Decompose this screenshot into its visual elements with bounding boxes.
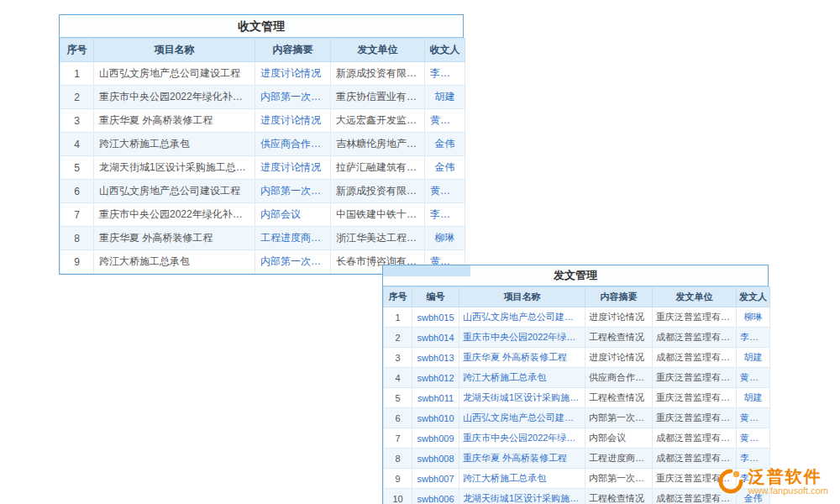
table-cell: 9 [60,250,94,274]
table-row: 10swbh006龙湖天街城1区设计采购施工总承包工程工程检查情况成都泛普监理有… [384,489,770,504]
table-cell: 重庆华夏 外高桥装修工程 [94,109,255,133]
table-cell: 山西弘文房地产总公司建设工程 [94,180,255,203]
title-corner-accent [383,265,470,276]
table-cell-link[interactable]: 跨江大桥施工总承包 [459,469,585,489]
table-cell-link[interactable]: 黄思聪 [737,408,770,428]
table-cell: 8 [60,227,94,250]
table-cell-link[interactable]: 李若若 [425,203,465,227]
watermark: 泛普软件 www.fanpusoft.com [718,467,828,496]
table-cell: 6 [60,180,94,203]
column-header: 项目名称 [94,39,255,62]
table-cell-link[interactable]: 内部会议 [255,203,331,227]
header-row: 序号编号项目名称内容摘要发文单位发文人 [384,287,770,307]
watermark-text: 泛普软件 www.fanpusoft.com [748,467,828,496]
table-cell-link[interactable]: 胡建 [737,348,770,368]
column-header: 发文单位 [331,39,425,62]
table-row: 3重庆华夏 外高桥装修工程进度讨论情况大远宏鑫开发监理有限...黄思聪 [60,109,465,133]
table-cell-link[interactable]: 内部第一次会议 [255,86,331,109]
table-cell: 跨江大桥施工总承包 [94,250,255,274]
table-cell: 工程检查情况 [585,388,653,408]
table-cell: 6 [384,408,412,428]
table-cell: 7 [60,203,94,227]
table-cell: 重庆泛普监理有限公司 [653,307,737,328]
column-header: 内容摘要 [585,287,653,307]
table-cell-link[interactable]: 胡建 [737,388,770,408]
table-cell-link[interactable]: 进度讨论情况 [255,109,331,133]
table-cell-link[interactable]: 内部第一次会议 [255,180,331,203]
table-cell: 4 [384,368,412,388]
table-cell-link[interactable]: swbh015 [412,307,459,328]
table-cell-link[interactable]: 重庆华夏 外高桥装修工程 [459,348,585,368]
table-cell-link[interactable]: 供应商合作事宜 [255,133,331,156]
brand-name: 泛普软件 [748,467,822,486]
table-cell-link[interactable]: swbh009 [412,428,459,449]
table-cell: 8 [384,449,412,469]
table-cell: 5 [384,388,412,408]
column-header: 内容摘要 [255,39,331,62]
fanpu-logo-icon [718,469,743,494]
table-cell-link[interactable]: 重庆华夏 外高桥装修工程 [459,449,585,469]
received-docs-panel: 收文管理 序号项目名称内容摘要发文单位收文人1山西弘文房地产总公司建设工程进度讨… [59,14,464,275]
table-cell-link[interactable]: 工程进度商讨情况 [255,227,331,250]
table-cell-link[interactable]: swbh012 [412,368,459,388]
table-cell-link[interactable]: 黄思聪 [425,180,465,203]
received-docs-table: 序号项目名称内容摘要发文单位收文人1山西弘文房地产总公司建设工程进度讨论情况新源… [60,38,465,274]
table-cell-link[interactable]: swbh006 [412,489,459,504]
table-cell-link[interactable]: 李若若 [737,328,770,348]
table-cell-link[interactable]: 胡建 [425,86,465,109]
table-cell-link[interactable]: 李若若 [737,449,770,469]
table-cell-link[interactable]: 重庆市中央公园2022年绿化补贴项目-... [459,328,585,348]
table-cell-link[interactable]: swbh008 [412,449,459,469]
table-cell-link[interactable]: 柳琳 [737,307,770,328]
table-cell-link[interactable]: 龙湖天街城1区设计采购施工总承包工程 [459,489,585,504]
table-cell: 重庆市中央公园2022年绿化补贴项目-施工2标段 [94,203,255,227]
table-cell-link[interactable]: 金伟 [425,156,465,180]
table-cell: 中国铁建中铁十五局集... [331,203,425,227]
table-cell-link[interactable]: swbh014 [412,328,459,348]
table-cell-link[interactable]: 山西弘文房地产总公司建设工程 [459,408,585,428]
table-cell-link[interactable]: 黄思聪 [425,109,465,133]
table-cell: 新源成投资有限公司 [331,62,425,86]
table-cell-link[interactable]: swbh007 [412,469,459,489]
table-cell-link[interactable]: 山西弘文房地产总公司建设工程 [459,307,585,328]
table-cell: 工程检查情况 [585,489,653,504]
table-row: 4跨江大桥施工总承包供应商合作事宜吉林糖伦房地产建筑有...金伟 [60,133,465,156]
table-cell-link[interactable]: 重庆市中央公园2022年绿化补贴项目-... [459,428,585,449]
table-cell-link[interactable]: swbh011 [412,388,459,408]
table-cell-link[interactable]: 黄思聪 [737,428,770,449]
table-cell-link[interactable]: swbh010 [412,408,459,428]
sent-docs-panel: 发文管理 序号编号项目名称内容摘要发文单位发文人1swbh015山西弘文房地产总… [382,265,769,504]
table-row: 6山西弘文房地产总公司建设工程内部第一次会议新源成投资有限公司黄思聪 [60,180,465,203]
table-cell-link[interactable]: 进度讨论情况 [255,62,331,86]
table-cell: 内部会议 [585,428,653,449]
table-cell-link[interactable]: swbh013 [412,348,459,368]
column-header: 序号 [60,39,94,62]
table-row: 7重庆市中央公园2022年绿化补贴项目-施工2标段内部会议中国铁建中铁十五局集.… [60,203,465,227]
table-cell: 3 [60,109,94,133]
table-row: 4swbh012跨江大桥施工总承包供应商合作事宜重庆泛普监理有限公司黄思聪 [384,368,770,388]
table-cell: 1 [60,62,94,86]
column-header: 收文人 [425,39,465,62]
table-cell: 重庆泛普监理有限公司 [653,368,737,388]
table-cell-link[interactable]: 黄思聪 [737,368,770,388]
table-cell: 2 [384,328,412,348]
table-cell-link[interactable]: 进度讨论情况 [255,156,331,180]
column-header: 发文人 [737,287,770,307]
table-cell-link[interactable]: 内部第一次会议 [255,250,331,274]
table-cell-link[interactable]: 李若若 [425,62,465,86]
table-row: 7swbh009重庆市中央公园2022年绿化补贴项目-...内部会议成都泛普监理… [384,428,770,449]
table-cell: 成都泛普监理有限公司 [653,428,737,449]
table-cell-link[interactable]: 龙湖天街城1区设计采购施工总承包工程 [459,388,585,408]
table-row: 1山西弘文房地产总公司建设工程进度讨论情况新源成投资有限公司李若若 [60,62,465,86]
table-row: 5龙湖天街城1区设计采购施工总承包工程进度讨论情况拉萨汇融建筑有限公司金伟 [60,156,465,180]
column-header: 编号 [412,287,459,307]
table-cell-link[interactable]: 金伟 [425,133,465,156]
table-cell: 吉林糖伦房地产建筑有... [331,133,425,156]
table-cell-link[interactable]: 跨江大桥施工总承包 [459,368,585,388]
table-cell: 重庆市中央公园2022年绿化补贴项目-施工2标段 [94,86,255,109]
table-cell-link[interactable]: 柳琳 [425,227,465,250]
table-cell: 龙湖天街城1区设计采购施工总承包工程 [94,156,255,180]
table-cell: 内部第一次会议 [585,408,653,428]
table-cell: 3 [384,348,412,368]
table-cell: 成都泛普监理有限公司 [653,348,737,368]
